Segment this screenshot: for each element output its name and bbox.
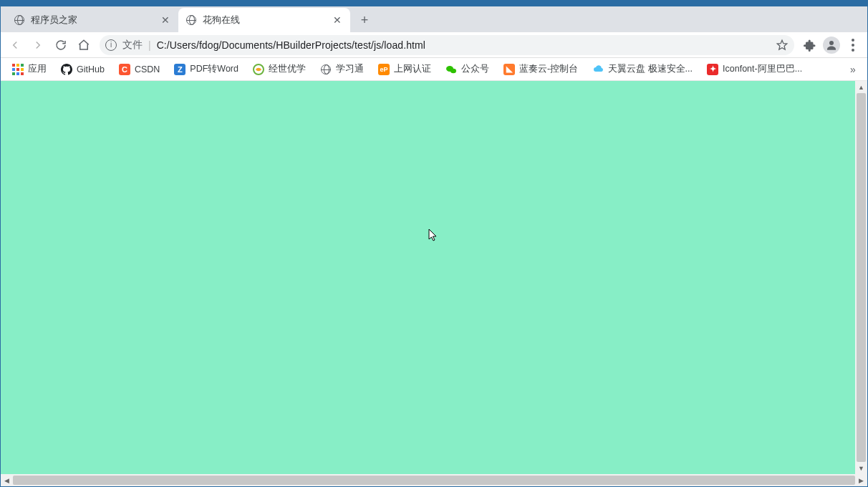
bookmark-github[interactable]: GitHub	[55, 60, 110, 79]
scroll-thumb[interactable]	[13, 476, 855, 485]
csdn-icon: C	[119, 64, 130, 75]
address-bar[interactable]: i 文件 | C:/Users/fdog/Documents/HBuilderP…	[100, 35, 794, 55]
bookmark-csdn[interactable]: C CSDN	[113, 60, 165, 79]
bookmark-label: 经世优学	[269, 63, 306, 75]
bookmark-label: PDF转Word	[190, 63, 238, 75]
globe-icon	[14, 14, 25, 26]
profile-avatar[interactable]	[823, 37, 840, 54]
lanzou-icon: ◣	[503, 64, 515, 75]
bookmark-lanzou[interactable]: ◣ 蓝奏云-控制台	[498, 60, 584, 79]
tab-title: 花狗在线	[203, 14, 326, 26]
scroll-left-arrow-icon[interactable]: ◀	[1, 474, 13, 486]
bookmark-xuexitong[interactable]: 学习通	[314, 60, 370, 79]
separator: |	[148, 39, 151, 51]
github-icon	[61, 64, 72, 75]
bookmark-label: 天翼云盘 极速安全...	[608, 63, 693, 75]
tab-title: 程序员之家	[31, 14, 154, 26]
bookmark-apps[interactable]: 应用	[6, 60, 52, 79]
url-text: C:/Users/fdog/Documents/HBuilderProjects…	[157, 39, 425, 51]
bookmark-label: Iconfont-阿里巴巴...	[723, 63, 802, 75]
bookmark-label: 学习通	[336, 63, 364, 75]
tab-strip: 程序员之家 ✕ 花狗在线 ✕ +	[1, 6, 867, 32]
bookmark-star-icon[interactable]	[776, 39, 789, 52]
scroll-right-arrow-icon[interactable]: ▶	[855, 474, 867, 486]
window-titlebar	[1, 1, 867, 6]
bookmark-label: GitHub	[77, 64, 105, 74]
reload-button[interactable]	[51, 35, 71, 55]
extensions-button[interactable]	[800, 35, 820, 55]
bookmark-label: 应用	[28, 63, 47, 75]
tab-0[interactable]: 程序员之家 ✕	[6, 8, 178, 32]
svg-point-4	[450, 68, 456, 72]
svg-point-1	[829, 41, 834, 45]
new-tab-button[interactable]: +	[355, 10, 375, 30]
apps-grid-icon	[12, 64, 24, 75]
pdfword-icon: Z	[174, 64, 185, 75]
ep-icon: eP	[378, 64, 390, 75]
scroll-track[interactable]	[855, 93, 867, 462]
bookmark-label: 蓝奏云-控制台	[519, 63, 578, 75]
globe-icon	[320, 64, 332, 75]
bookmark-gzh[interactable]: 公众号	[440, 60, 495, 79]
bookmarks-bar: 应用 GitHub C CSDN Z PDF转Word 经世优学 学习通 eP …	[1, 58, 867, 81]
bookmark-netauth[interactable]: eP 上网认证	[372, 60, 437, 79]
kebab-menu-button[interactable]	[843, 35, 863, 55]
cloud-icon	[592, 64, 604, 75]
bookmark-jingshi[interactable]: 经世优学	[247, 60, 312, 79]
cursor-icon	[428, 228, 438, 245]
scroll-thumb[interactable]	[857, 93, 866, 462]
toolbar: i 文件 | C:/Users/fdog/Documents/HBuilderP…	[1, 32, 867, 58]
bookmark-pdf2word[interactable]: Z PDF转Word	[168, 60, 244, 79]
horizontal-scrollbar[interactable]: ◀ ▶	[1, 474, 867, 486]
wechat-icon	[445, 64, 457, 75]
tab-close-button[interactable]: ✕	[332, 14, 343, 26]
bookmark-iconfont[interactable]: ✦ Iconfont-阿里巴巴...	[701, 60, 808, 79]
scroll-up-arrow-icon[interactable]: ▲	[855, 81, 867, 93]
viewport: ▲ ▼	[1, 81, 867, 474]
tab-close-button[interactable]: ✕	[160, 14, 171, 26]
jingshi-icon	[253, 64, 264, 75]
scroll-track[interactable]	[13, 474, 855, 486]
bookmark-tianyi[interactable]: 天翼云盘 极速安全...	[587, 60, 698, 79]
url-scheme-label: 文件	[122, 39, 143, 52]
site-info-icon[interactable]: i	[105, 39, 117, 51]
forward-button[interactable]	[28, 35, 48, 55]
home-button[interactable]	[74, 35, 94, 55]
iconfont-icon: ✦	[707, 64, 718, 75]
bookmark-label: 上网认证	[394, 63, 431, 75]
page-content	[1, 81, 855, 474]
back-button[interactable]	[5, 35, 25, 55]
vertical-scrollbar[interactable]: ▲ ▼	[855, 81, 867, 474]
tab-1[interactable]: 花狗在线 ✕	[178, 8, 350, 32]
bookmark-label: 公众号	[461, 63, 489, 75]
scroll-down-arrow-icon[interactable]: ▼	[855, 462, 867, 474]
bookmarks-overflow-button[interactable]: »	[844, 64, 862, 75]
bookmark-label: CSDN	[135, 64, 160, 74]
globe-icon	[185, 14, 197, 26]
